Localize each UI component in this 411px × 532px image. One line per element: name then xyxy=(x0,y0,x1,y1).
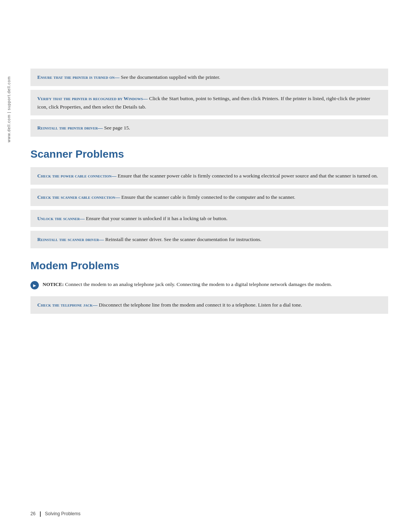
printer-block-1: Ensure that the printer is turned on— Se… xyxy=(30,69,388,86)
sidebar-text: www.dell.com | support.dell.com xyxy=(7,76,11,142)
modem-section-title: Modem Problems xyxy=(30,260,388,272)
scanner-block-1: Check the power cable connection— Ensure… xyxy=(30,167,388,185)
scanner-text-1: Ensure that the scanner power cable is f… xyxy=(118,173,378,179)
printer-label-3: Reinstall the printer driver— xyxy=(37,125,103,131)
footer-text: Solving Problems xyxy=(45,511,80,516)
notice-body: Connect the modem to an analog telephone… xyxy=(65,281,332,287)
notice-icon: ► xyxy=(30,281,39,289)
scanner-text-3: Ensure that your scanner is unlocked if … xyxy=(86,216,228,221)
footer: 26 Solving Problems xyxy=(30,511,80,517)
modem-text-1: Disconnect the telephone line from the m… xyxy=(99,302,302,308)
scanner-label-2: Check the scanner cable connection— xyxy=(37,194,120,200)
scanner-section-title: Scanner Problems xyxy=(30,148,388,160)
printer-text-3: See page 15. xyxy=(104,125,130,131)
modem-label-1: Check the telephone jack— xyxy=(37,302,97,308)
scanner-block-2: Check the scanner cable connection— Ensu… xyxy=(30,189,388,206)
footer-divider xyxy=(40,511,41,517)
scanner-label-1: Check the power cable connection— xyxy=(37,173,116,179)
modem-block-1: Check the telephone jack— Disconnect the… xyxy=(30,296,388,314)
printer-text-1: See the documentation supplied with the … xyxy=(121,74,220,80)
scanner-text-2: Ensure that the scanner cable is firmly … xyxy=(121,194,295,200)
printer-label-1: Ensure that the printer is turned on— xyxy=(37,74,119,80)
scanner-block-3: Unlock the scanner— Ensure that your sca… xyxy=(30,210,388,227)
notice-text: NOTICE: Connect the modem to an analog t… xyxy=(43,280,332,289)
scanner-label-4: Reinstall the scanner driver— xyxy=(37,236,104,242)
footer-page: 26 xyxy=(30,511,35,516)
main-content: Ensure that the printer is turned on— Se… xyxy=(30,0,388,314)
printer-block-2: Verify that the printer is recognized by… xyxy=(30,90,388,115)
notice-label: NOTICE: xyxy=(43,281,64,287)
modem-notice-block: ► NOTICE: Connect the modem to an analog… xyxy=(30,279,388,291)
printer-blocks: Ensure that the printer is turned on— Se… xyxy=(30,69,388,137)
printer-block-3: Reinstall the printer driver— See page 1… xyxy=(30,119,388,137)
scanner-label-3: Unlock the scanner— xyxy=(37,216,84,221)
scanner-blocks: Check the power cable connection— Ensure… xyxy=(30,167,388,248)
printer-label-2: Verify that the printer is recognized by… xyxy=(37,96,148,101)
scanner-block-4: Reinstall the scanner driver— Reinstall … xyxy=(30,231,388,248)
scanner-text-4: Reinstall the scanner driver. See the sc… xyxy=(105,236,261,242)
modem-blocks: Check the telephone jack— Disconnect the… xyxy=(30,296,388,314)
